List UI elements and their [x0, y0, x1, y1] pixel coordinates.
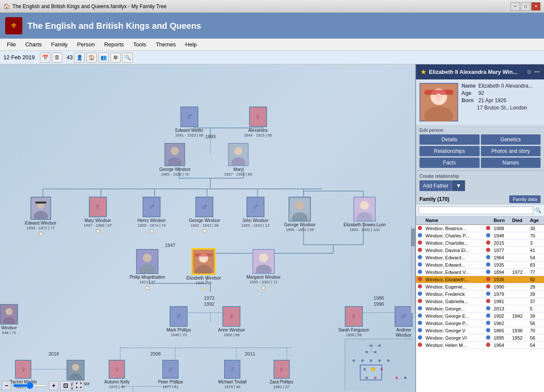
table-row[interactable]: Windsor, Charles P... 1948 70 [416, 232, 544, 240]
node-henry-windsor[interactable]: ♂ Henry Windsor 1900 - 1974 | 74 📋 [137, 197, 166, 234]
node-autumn-kelly[interactable]: ♀ Autumn Kelly 1978 | 40 [104, 360, 130, 389]
menu-tools[interactable]: Tools [129, 40, 150, 49]
person-born: 21 Apr 1926 [478, 97, 506, 103]
node-edward-viii[interactable]: Edward Windsor 1894 - 1972 | 77 📋 [25, 197, 56, 236]
close-button[interactable]: ✕ [531, 2, 541, 11]
row-born: 1981 [492, 298, 511, 305]
zoom-out-button[interactable]: − [2, 381, 11, 390]
table-row[interactable]: Windsor, Edward... 1964 54 [416, 254, 544, 261]
table-row[interactable]: Windsor, Frederick 1979 39 [416, 291, 544, 298]
favorite-star-icon[interactable]: ★ [420, 68, 426, 76]
menu-themes[interactable]: Themes [152, 40, 180, 49]
settings-icon[interactable]: ⚙ [110, 52, 121, 63]
node-elizabeth-windsor[interactable]: Elizabeth Windsor 1926 | 92 ★ [186, 248, 221, 291]
relationships-button[interactable]: Relationships [419, 146, 480, 156]
node-edward-wettin[interactable]: ♂ Edward Wettin 1841 - 1910 | 68 [175, 106, 203, 137]
table-row[interactable]: Windsor, Helen M... 1964 54 [416, 342, 544, 349]
node-george-v[interactable]: George Windsor 1865 - 1936 | 70 [159, 143, 191, 176]
node-mary[interactable]: Mary 1867 - 1953 | 85 [224, 143, 252, 176]
fullscreen-button[interactable]: ⛶ [73, 381, 84, 390]
menu-reports[interactable]: Reports [100, 40, 128, 49]
svg-point-76 [6, 308, 12, 315]
node-john-windsor[interactable]: ♂ John Windsor 1905 - 1919 | 13 [241, 197, 269, 228]
table-row[interactable]: Windsor, Beatrice... 1988 30 [416, 225, 544, 232]
row-icon [416, 291, 424, 298]
photos-story-button[interactable]: Photos and story [481, 146, 541, 156]
search-toolbar-icon[interactable]: 🔍 [122, 52, 133, 63]
tree-area[interactable]: 1893 1947 1973 1992 2018 2008 2011 1986 … [0, 64, 415, 392]
menu-file[interactable]: File [3, 40, 20, 49]
node-philip[interactable]: Philip Mountbatten 1921 | 97 📋 [130, 249, 165, 290]
calendar2-icon[interactable]: 🗓 [52, 52, 62, 63]
maximize-button[interactable]: □ [521, 2, 530, 11]
table-row[interactable]: Windsor, Elizabeth... 1926 92 [416, 276, 544, 283]
col-born[interactable]: Born [492, 216, 511, 225]
names-button[interactable]: Names [481, 158, 541, 168]
table-row[interactable]: Windsor, George VI 1895 1952 56 [416, 334, 544, 342]
row-name: Windsor, Helen M... [424, 342, 484, 349]
node-george-vi[interactable]: George Windsor 1895 - 1952 | 56 [284, 197, 316, 232]
node-george-young[interactable]: ♂ George Windsor 1902 - 1942 | 39 📋 [189, 197, 220, 234]
table-row[interactable]: Windsor, George... 2013 5 [416, 305, 544, 313]
table-row[interactable]: Windsor, Eugenie... 1990 28 [416, 283, 544, 291]
node-anne-windsor[interactable]: ♀ Anne Windsor 1950 | 68 [218, 306, 245, 337]
genetics-button[interactable]: Genetics [481, 134, 541, 145]
node-windsor-left[interactable]: Windsor 948 | 70 [0, 304, 18, 335]
fit-view-button[interactable]: ⊡ [60, 381, 71, 390]
table-row[interactable]: Windsor, Edward V... 1894 1972 77 [416, 269, 544, 276]
group-icon[interactable]: 👥 [98, 52, 109, 63]
family-header: Family (170) Family data [416, 194, 544, 205]
col-name[interactable]: Name [424, 216, 484, 225]
row-name: Windsor, Charles P... [424, 232, 484, 240]
minimize-button[interactable]: ─ [511, 2, 520, 11]
row-icon [416, 313, 424, 320]
node-peter-phillips[interactable]: ♂ Peter Phillips 1977 | 41 [158, 360, 183, 389]
col-died[interactable]: Died [511, 216, 529, 225]
facts-button[interactable]: Facts [419, 158, 480, 168]
row-born: 2015 [492, 240, 511, 247]
menu-help[interactable]: Help [181, 40, 201, 49]
node-alexandra[interactable]: ♀ Alexandra 1844 - 1925 | 80 [244, 106, 272, 137]
node-margaret[interactable]: Margaret Windsor 1930 - 2002 | 71 📋 [246, 249, 280, 290]
menu-person[interactable]: Person [73, 40, 99, 49]
home-icon[interactable]: 🏠 [86, 52, 97, 63]
row-born: 1894 [492, 269, 511, 276]
details-button[interactable]: Details [419, 134, 480, 145]
table-row[interactable]: Windsor, Davina El... 1977 41 [416, 247, 544, 254]
year-label-1986: 1986 [374, 295, 384, 301]
node-zara-phillips[interactable]: ♀ Zara Phillips 1981 | 37 [270, 360, 293, 389]
zoom-in-button[interactable]: + [49, 381, 58, 390]
node-elizabeth-bowes[interactable]: Elizabeth Bowes-Lyon 1900 - 2002 | 101 [343, 197, 386, 232]
table-row[interactable]: Windsor, George P... 1962 56 [416, 320, 544, 327]
menu-charts[interactable]: Charts [21, 40, 46, 49]
col-age[interactable]: Age [528, 216, 544, 225]
table-row[interactable]: Windsor, Edward... 1935 83 [416, 261, 544, 269]
table-row[interactable]: Windsor, Charlotte... 2015 3 [416, 240, 544, 247]
row-died [511, 225, 529, 232]
node-michael-tindall[interactable]: ♂ Michael Tindall 1978 | 40 [218, 360, 246, 389]
person-icon[interactable]: 👤 [74, 52, 85, 63]
more-options-icon[interactable]: ••• [534, 69, 540, 75]
row-icon [416, 305, 424, 313]
person-settings-icon[interactable]: ⚙ [527, 69, 532, 75]
node-andrew-windsor[interactable]: ♂ Andrew Windsor 1960 | 58 [392, 306, 415, 342]
svg-point-92 [371, 368, 375, 371]
family-table[interactable]: Name Born Died Age Windsor, Beatrice... … [416, 216, 544, 392]
table-row[interactable]: Windsor, Gabriella... 1981 37 [416, 298, 544, 305]
row-icon [416, 327, 424, 334]
row-born: 1926 [492, 276, 511, 283]
node-mary-windsor[interactable]: ♀ Mary Windsor 1897 - 1965 | 67 📋 [84, 197, 112, 234]
node-sarah-ferguson[interactable]: ♀ Sarah Ferguson 1959 | 59 [338, 306, 369, 337]
add-father-button[interactable]: Add Father [419, 180, 452, 191]
menu-family[interactable]: Family [47, 40, 72, 49]
zoom-controls[interactable]: − + ⊡ ⛶ [2, 381, 84, 390]
family-search-input[interactable] [419, 207, 533, 214]
row-died [511, 240, 529, 247]
family-data-button[interactable]: Family data [509, 195, 541, 203]
zoom-slider[interactable] [13, 384, 47, 387]
add-father-dropdown[interactable]: ▼ [452, 180, 465, 191]
node-mark-phillips[interactable]: ♂ Mark Phillips 1948 | 70 [167, 306, 191, 337]
table-row[interactable]: Windsor, George V 1865 1936 70 [416, 327, 544, 334]
table-row[interactable]: Windsor, George E... 1902 1942 39 [416, 313, 544, 320]
calendar-icon[interactable]: 📅 [40, 52, 50, 63]
